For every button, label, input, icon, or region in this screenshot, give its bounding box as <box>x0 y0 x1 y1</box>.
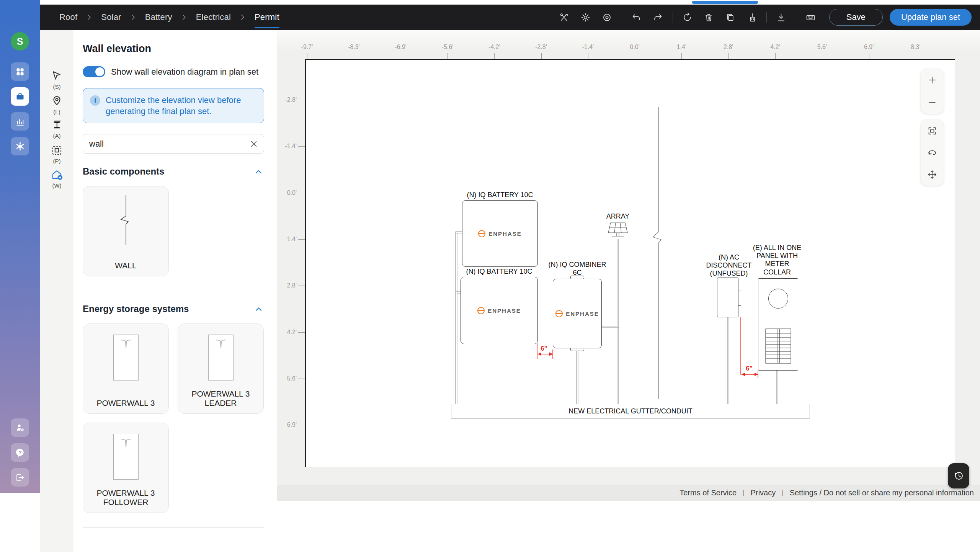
component-card-wall[interactable]: WALL <box>83 186 169 276</box>
visibility-icon-button[interactable] <box>599 9 616 26</box>
select-tool[interactable]: (S) <box>40 70 74 90</box>
fit-view-button[interactable] <box>921 120 944 142</box>
zoom-controls <box>921 69 944 114</box>
download-icon-button[interactable] <box>773 9 790 26</box>
design-tools-icon-button[interactable] <box>556 9 573 26</box>
ruler-y-label: -1.4' <box>280 143 297 150</box>
update-plan-set-button[interactable]: Update plan set <box>890 9 972 26</box>
breadcrumb-item-electrical[interactable]: Electrical <box>196 5 231 30</box>
gutter-label: NEW ELECTRICAL GUTTER/CONDUIT <box>568 407 692 415</box>
top-strip <box>0 0 980 5</box>
sidebar-item-account[interactable] <box>11 418 29 437</box>
powerwall-outline <box>113 335 139 381</box>
main-panel-box[interactable] <box>758 278 798 371</box>
clear-search-icon[interactable] <box>248 138 260 150</box>
combiner-box[interactable]: ENPHASE <box>553 279 602 348</box>
section-energy-storage-systems: Energy storage systemsPOWERWALL 3POWERWA… <box>83 304 264 513</box>
zoom-in-button[interactable] <box>921 69 944 91</box>
disconnect-label: (N) AC DISCONNECT (UNFUSED) <box>706 253 751 278</box>
sidebar-item-help[interactable]: ? <box>11 443 29 462</box>
component-card-label: POWERWALL 3 <box>93 389 158 407</box>
combiner-label: (N) IQ COMBINER 6C <box>549 261 606 277</box>
sidebar-item-settings[interactable] <box>11 137 29 155</box>
ruler-x-tick <box>354 53 354 59</box>
enphase-brand: ENPHASE <box>553 279 601 348</box>
ruler-x-label: 6.9' <box>864 44 874 51</box>
wall-break-line <box>653 107 661 399</box>
ruler-x-tick <box>635 53 635 59</box>
version-history-button[interactable] <box>948 463 969 488</box>
attachment-tool[interactable]: (A) <box>40 119 74 139</box>
footer-separator: | <box>782 489 783 496</box>
ruler-x-tick <box>494 53 495 59</box>
pan-view-button[interactable] <box>921 164 944 186</box>
footer-link[interactable]: Privacy <box>751 488 776 497</box>
component-card-powerwall-3[interactable]: POWERWALL 3 <box>83 323 169 414</box>
location-tool[interactable]: (L) <box>40 95 74 115</box>
sidebar-item-analytics[interactable] <box>11 112 29 131</box>
attachment-tool-label: (A) <box>53 132 61 139</box>
component-card-label: POWERWALL 3 FOLLOWER <box>83 488 168 506</box>
search-input[interactable] <box>83 134 264 154</box>
ruler-x-label: -9.7' <box>301 44 313 51</box>
drawing-sheet[interactable]: 6" 6" (N) IQ BATTERY 10C (N) IQ BATTERY … <box>305 59 955 467</box>
sidebar-item-projects[interactable] <box>11 87 29 106</box>
battery-bottom-box[interactable]: ENPHASE <box>461 277 538 344</box>
ruler-x-tick <box>822 53 822 59</box>
show-diagram-toggle[interactable] <box>83 66 105 77</box>
placement-tool[interactable]: (P) <box>40 144 74 164</box>
duplicate-icon-button[interactable] <box>722 9 739 26</box>
info-banner-text: Customize the elevation view before gene… <box>106 95 257 117</box>
ac-disconnect-box[interactable] <box>717 278 738 317</box>
select-tool-icon <box>51 70 63 82</box>
ruler-x-label: -2.8' <box>535 44 547 51</box>
ruler-x-tick <box>681 53 682 59</box>
topbar: RoofSolarBatteryElectricalPermit Save Up… <box>40 5 980 30</box>
breadcrumb-item-battery[interactable]: Battery <box>145 5 172 30</box>
footer-link[interactable]: Terms of Service <box>679 488 737 497</box>
toggle-row: Show wall elevation diagram in plan set <box>83 66 264 77</box>
ruler-x-tick <box>869 53 869 59</box>
ruler-x-label: -4.2' <box>488 44 500 51</box>
component-card-powerwall-3-leader[interactable]: POWERWALL 3 LEADER <box>178 323 264 414</box>
sidebar-item-dashboard[interactable] <box>11 62 29 81</box>
wall-tool[interactable]: (W) <box>40 168 74 189</box>
redo-icon-button[interactable] <box>650 9 666 26</box>
ruler-y-label: -2.8' <box>280 96 297 103</box>
array-label: ARRAY <box>606 212 630 220</box>
sidebar-item-logout[interactable] <box>11 468 29 487</box>
cleanup-icon-button[interactable] <box>743 9 760 26</box>
settings-icon-button[interactable] <box>577 9 594 26</box>
clearance-dimension-left: 6" <box>538 343 553 359</box>
breadcrumb-item-solar[interactable]: Solar <box>101 5 121 30</box>
breadcrumb-item-permit[interactable]: Permit <box>255 5 279 30</box>
avatar[interactable]: S <box>11 32 29 51</box>
ruler-x-label: -6.9' <box>395 44 407 51</box>
ruler-x-label: 4.2' <box>770 44 780 51</box>
footer-link[interactable]: Settings / Do not sell or share my perso… <box>790 488 974 497</box>
ruler-y-label: 2.8' <box>280 282 297 289</box>
undo-icon-button[interactable] <box>628 9 645 26</box>
ruler-x-label: 1.4' <box>677 44 686 51</box>
reset-rotation-icon-button[interactable] <box>679 9 696 26</box>
gutter-box[interactable]: NEW ELECTRICAL GUTTER/CONDUIT <box>451 404 810 418</box>
ruler-y-tick <box>298 239 305 240</box>
section-divider <box>83 528 264 528</box>
save-button[interactable]: Save <box>829 9 883 26</box>
enphase-logo-icon <box>478 230 485 237</box>
elevation-canvas[interactable]: -9.7'-8.3'-6.9'-5.6'-4.2'-2.8'-1.4'0.0'1… <box>277 30 980 501</box>
toolbar-divider <box>673 12 673 23</box>
app-sidebar: S ? <box>0 0 40 493</box>
battery-top-box[interactable]: ENPHASE <box>462 200 538 267</box>
rotate-view-button[interactable] <box>921 142 944 163</box>
chevron-up-icon[interactable] <box>253 167 264 176</box>
component-card-powerwall-3-follower[interactable]: POWERWALL 3 FOLLOWER <box>83 423 169 513</box>
delete-icon-button[interactable] <box>701 9 717 26</box>
chevron-up-icon[interactable] <box>253 304 264 314</box>
section-basic-components: Basic componentsWALL <box>83 166 264 276</box>
keyboard-icon-button[interactable] <box>802 9 819 26</box>
breaker-grid <box>765 328 791 364</box>
ruler-x-label: 2.8' <box>724 44 733 51</box>
zoom-out-button[interactable] <box>921 91 944 114</box>
breadcrumb-item-roof[interactable]: Roof <box>59 5 77 30</box>
